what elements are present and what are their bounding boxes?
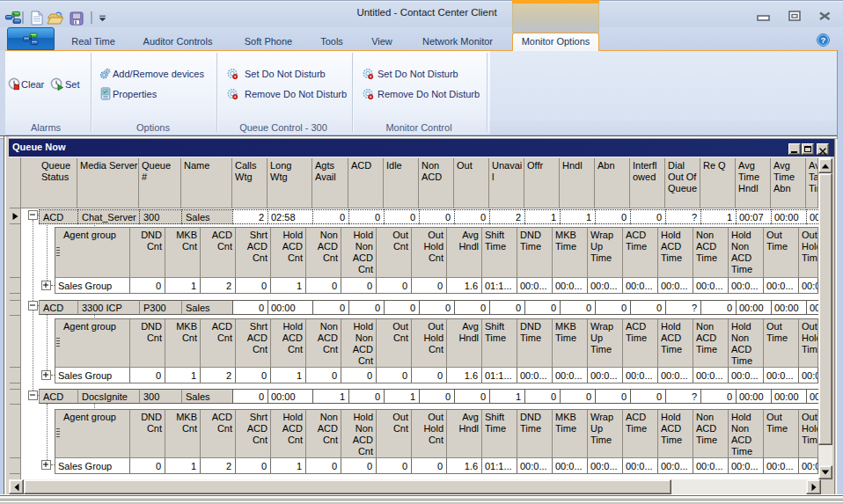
svg-text:?: ? bbox=[821, 35, 826, 45]
